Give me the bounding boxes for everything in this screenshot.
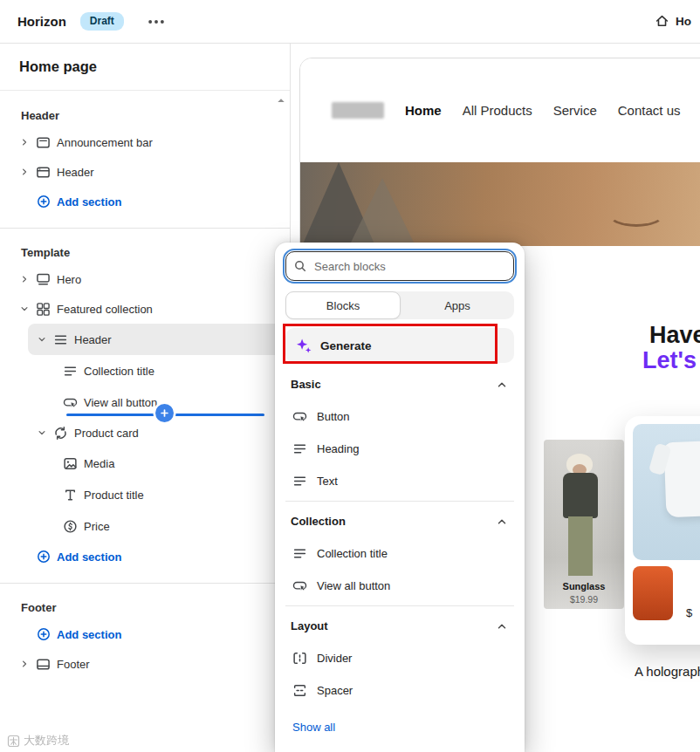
store-logo[interactable]	[332, 102, 384, 119]
product-card-icon	[53, 426, 68, 441]
block-item-view-all-button[interactable]: View all button	[285, 570, 514, 602]
hero-shape-curve	[607, 201, 665, 227]
sidebar-item-label: Announcement bar	[57, 136, 153, 149]
popup-divider	[285, 605, 514, 606]
tab-blocks[interactable]: Blocks	[285, 291, 401, 319]
block-list: Basic Button Heading Text Collection Col…	[285, 368, 514, 743]
sidebar-item-collection-title[interactable]: Collection title	[0, 355, 290, 386]
sidebar-item-label: Header	[74, 333, 112, 346]
generate-row-wrap: Generate	[285, 328, 514, 363]
chevron-down-icon[interactable]	[17, 302, 31, 316]
view-all-button-icon	[63, 395, 78, 410]
hero-shape-triangle-light	[349, 178, 415, 246]
hero-section-icon	[36, 272, 51, 287]
nav-link-contact-us[interactable]: Contact us	[618, 103, 681, 118]
block-group-basic[interactable]: Basic	[285, 368, 514, 400]
collection-heading-line1: Have	[649, 323, 700, 347]
search-icon	[293, 259, 307, 273]
product-photo-thumbnail	[633, 566, 673, 620]
plus-icon	[160, 408, 169, 418]
tab-apps[interactable]: Apps	[401, 291, 514, 319]
plus-circle-icon	[37, 627, 51, 641]
block-item-spacer[interactable]: Spacer	[285, 674, 514, 707]
sidebar-divider	[0, 583, 290, 584]
generate-label: Generate	[320, 339, 372, 352]
chevron-up-icon[interactable]	[495, 515, 509, 529]
block-group-collection[interactable]: Collection	[285, 505, 514, 537]
add-section-button-header[interactable]: Add section	[0, 187, 290, 216]
spacer-icon	[292, 683, 307, 698]
block-item-text[interactable]: Text	[285, 465, 514, 497]
view-all-button-icon	[292, 578, 307, 593]
chevron-down-icon[interactable]	[35, 426, 49, 440]
block-item-label: View all button	[317, 579, 390, 592]
sidebar-item-product-card[interactable]: Product card	[28, 418, 281, 448]
add-block-popup: Blocks Apps Generate Basic Button Headin…	[275, 243, 525, 752]
search-blocks-input[interactable]	[285, 251, 514, 281]
block-item-divider[interactable]: Divider	[285, 642, 514, 674]
watermark-text: 大数跨境	[24, 733, 69, 749]
nav-link-home[interactable]: Home	[405, 103, 442, 118]
block-item-button[interactable]: Button	[285, 400, 514, 433]
nav-link-service[interactable]: Service	[553, 103, 597, 118]
hero-banner-image	[300, 162, 700, 246]
sidebar-item-label: Header	[57, 166, 94, 179]
sidebar-item-product-title[interactable]: Product title	[0, 479, 290, 510]
text-icon	[292, 474, 307, 489]
sidebar-divider	[0, 228, 290, 229]
sparkle-icon	[296, 338, 312, 353]
group-label-template: Template	[0, 240, 290, 264]
theme-title: Horizon	[17, 14, 66, 29]
product-name: Sunglass	[544, 581, 624, 591]
section-tree: Header Announcement bar Header Add secti…	[0, 91, 290, 679]
sidebar-item-header-section[interactable]: Header	[0, 157, 290, 187]
chevron-right-icon[interactable]	[17, 165, 31, 179]
chevron-down-icon[interactable]	[35, 332, 49, 346]
product-card-sunglasses[interactable]: Sunglass $19.99	[544, 440, 624, 609]
block-item-label: Text	[317, 475, 338, 488]
home-icon	[655, 14, 669, 29]
scrollbar-up-arrow-icon[interactable]	[277, 96, 285, 105]
sidebar-item-label: Featured collection	[57, 303, 153, 316]
block-item-label: Button	[317, 410, 350, 423]
product-title-icon	[63, 488, 78, 502]
collection-heading-line2: Let's br	[642, 348, 700, 373]
sidebar-item-media[interactable]: Media	[0, 448, 290, 479]
chevron-right-icon[interactable]	[17, 657, 31, 671]
block-item-collection-title[interactable]: Collection title	[285, 537, 514, 570]
divider-icon	[292, 651, 307, 666]
insert-block-button[interactable]	[155, 404, 174, 422]
product-photo-shape	[563, 473, 598, 518]
block-item-heading[interactable]: Heading	[285, 433, 514, 465]
chevron-right-icon[interactable]	[17, 135, 31, 149]
page-title: Home page	[0, 44, 290, 91]
announcement-bar-icon	[36, 135, 51, 150]
add-section-button-footer[interactable]: Add section	[0, 619, 290, 649]
nav-link-all-products[interactable]: All Products	[463, 103, 532, 118]
chevron-up-icon[interactable]	[495, 619, 509, 633]
sidebar-item-price[interactable]: Price	[0, 510, 290, 542]
page-selector[interactable]: Ho	[655, 14, 691, 29]
block-group-layout[interactable]: Layout	[285, 610, 514, 642]
add-section-button-template[interactable]: Add section	[0, 542, 290, 571]
popup-tabs: Blocks Apps	[285, 291, 514, 319]
show-all-link[interactable]: Show all	[285, 710, 514, 743]
sidebar-item-label: Media	[84, 457, 114, 470]
sidebar-item-featured-collection[interactable]: Featured collection	[0, 294, 290, 324]
featured-collection-icon	[36, 302, 51, 317]
chevron-right-icon[interactable]	[17, 272, 31, 286]
sidebar-item-header-block[interactable]: Header	[28, 324, 281, 355]
product-card-tshirt[interactable]: $	[625, 416, 700, 645]
more-actions-icon[interactable]	[147, 12, 166, 31]
product-price: $19.99	[544, 594, 624, 605]
generate-button[interactable]: Generate	[285, 328, 514, 363]
sidebar-item-footer-section[interactable]: Footer	[0, 649, 290, 679]
add-section-label: Add section	[57, 628, 121, 641]
chevron-up-icon[interactable]	[495, 378, 509, 392]
sidebar-item-label: Product card	[74, 427, 139, 440]
sidebar-item-label: View all button	[84, 396, 157, 409]
block-group-label: Layout	[291, 619, 328, 632]
tshirt-shape	[664, 441, 700, 517]
sidebar-item-hero[interactable]: Hero	[0, 264, 290, 294]
sidebar-item-announcement-bar[interactable]: Announcement bar	[0, 127, 290, 157]
